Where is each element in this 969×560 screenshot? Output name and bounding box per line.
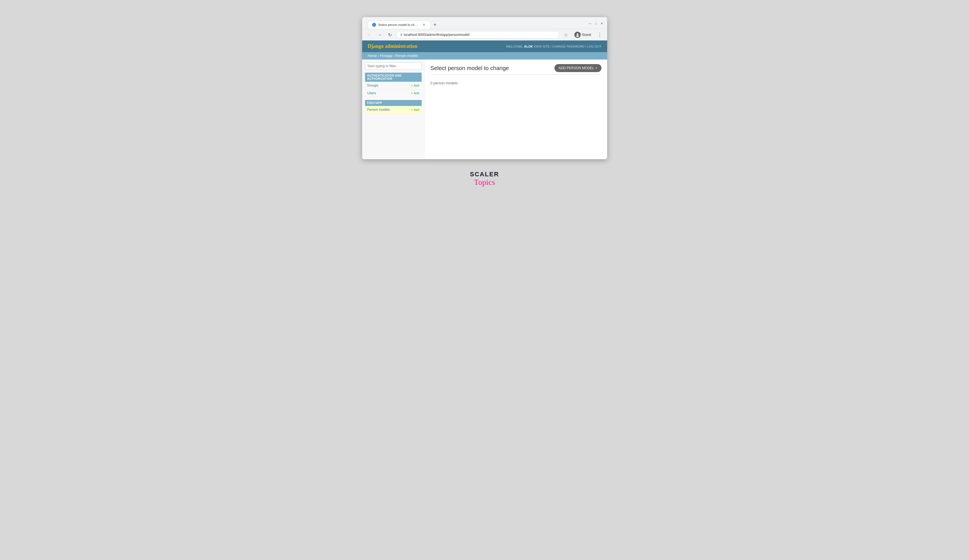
page-title: Select person model to change [431, 65, 509, 71]
django-main: Select person model to change ADD PERSON… [425, 60, 607, 159]
main-header-row: Select person model to change ADD PERSON… [431, 64, 601, 75]
maximize-icon [595, 22, 597, 25]
breadcrumb-current: Person models [395, 54, 418, 58]
browser-tab-active[interactable]: Select person model to change ✕ [368, 20, 431, 29]
tab-close-button[interactable]: ✕ [422, 23, 426, 27]
django-sidebar: AUTHENTICATION AND AUTHORIZATION Groups … [362, 60, 425, 159]
refresh-button[interactable]: ↻ [386, 31, 394, 39]
browser-menu-button[interactable]: ⋮ [596, 31, 604, 39]
svg-point-1 [576, 35, 579, 37]
breadcrumb-app[interactable]: Firstapp [380, 54, 392, 58]
tab-bar: Select person model to change ✕ + [366, 20, 586, 29]
minimize-button[interactable] [588, 22, 592, 26]
close-window-button[interactable] [600, 22, 604, 26]
breadcrumb: Home › Firstapp › Person models [362, 52, 607, 60]
scaler-text: SCALER [470, 171, 499, 178]
tab-favicon [372, 23, 376, 27]
sidebar-item-users: Users + Add [365, 90, 422, 97]
topics-text: Topics [470, 178, 499, 187]
close-window-icon [601, 22, 603, 25]
new-tab-button[interactable]: + [431, 21, 439, 29]
change-password-link[interactable]: CHANGE PASSWORD [552, 45, 584, 48]
welcome-text: WELCOME, [506, 45, 523, 48]
forward-button[interactable]: → [376, 31, 384, 39]
back-button[interactable]: ← [366, 31, 373, 39]
add-person-model-button[interactable]: ADD PERSON MODEL + [554, 64, 601, 72]
browser-title-bar: Select person model to change ✕ + [362, 17, 607, 29]
person-models-link[interactable]: Person models [367, 108, 390, 112]
sidebar-firstapp-section: FIRSTAPP Person models + Add [365, 100, 422, 114]
django-header: Django administration WELCOME, ALOK VIEW… [362, 40, 607, 52]
add-button-plus: + [595, 66, 597, 70]
groups-add-link[interactable]: + Add [411, 84, 419, 87]
sidebar-item-groups: Groups + Add [365, 82, 422, 90]
django-user-info: WELCOME, ALOK VIEW SITE / CHANGE PASSWOR… [506, 45, 601, 48]
django-content: AUTHENTICATION AND AUTHORIZATION Groups … [362, 60, 607, 159]
log-out-link[interactable]: LOG OUT [587, 45, 601, 48]
scaler-branding: SCALER Topics [470, 171, 499, 187]
django-admin-title: Django administration [368, 43, 418, 49]
tab-title: Select person model to change [378, 23, 420, 27]
address-text: localhost:8000/admin/firstapp/personmode… [404, 33, 556, 37]
svg-point-0 [577, 33, 578, 35]
sidebar-filter-input[interactable] [365, 62, 422, 70]
add-button-label: ADD PERSON MODEL [558, 66, 594, 70]
bookmark-button[interactable]: ☆ [562, 31, 570, 39]
maximize-button[interactable] [594, 22, 598, 26]
empty-message: 0 person models [431, 78, 601, 88]
username: ALOK [524, 45, 533, 48]
browser-window: Select person model to change ✕ + ← → ↻ … [362, 17, 607, 159]
browser-nav: ← → ↻ ℹ localhost:8000/admin/firstapp/pe… [362, 29, 607, 40]
django-app: Django administration WELCOME, ALOK VIEW… [362, 40, 607, 159]
breadcrumb-home[interactable]: Home [368, 54, 377, 58]
lock-icon: ℹ [401, 33, 402, 37]
profile-avatar [574, 32, 581, 38]
sidebar-item-person-models: Person models + Add [365, 106, 422, 114]
address-bar[interactable]: ℹ localhost:8000/admin/firstapp/personmo… [396, 31, 560, 38]
sidebar-auth-header: AUTHENTICATION AND AUTHORIZATION [365, 73, 422, 82]
groups-link[interactable]: Groups [367, 83, 378, 88]
view-site-link[interactable]: VIEW SITE [534, 45, 550, 48]
profile-name: Guest [582, 33, 591, 37]
minimize-icon [589, 22, 592, 25]
person-models-add-link[interactable]: + Add [411, 108, 419, 111]
users-link[interactable]: Users [367, 91, 376, 95]
sidebar-firstapp-header: FIRSTAPP [365, 100, 422, 106]
profile-button[interactable]: Guest [572, 31, 593, 39]
scaler-logo: SCALER Topics [470, 171, 499, 187]
users-add-link[interactable]: + Add [411, 91, 419, 95]
sidebar-auth-section: AUTHENTICATION AND AUTHORIZATION Groups … [365, 73, 422, 97]
